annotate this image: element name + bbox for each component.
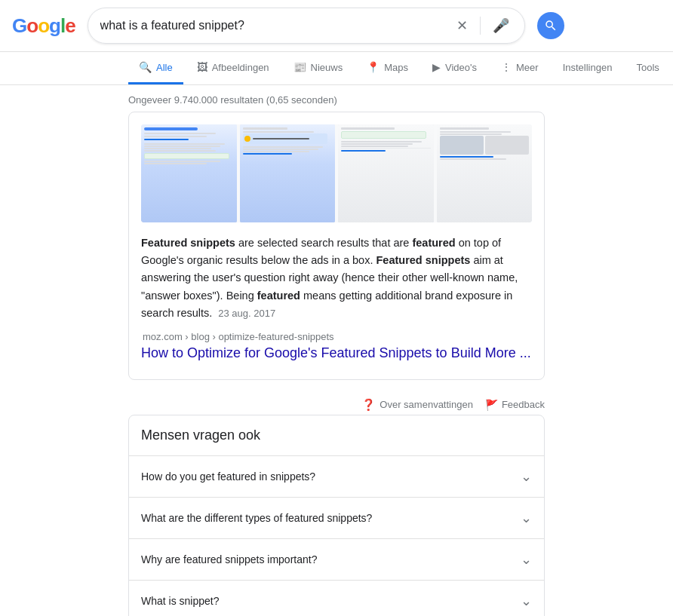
snippet-text: Featured snippets are selected search re… [141,234,532,322]
tab-more[interactable]: ⋮ Meer [490,52,549,84]
tab-settings-label: Instellingen [563,62,613,73]
snippet-bold-3: Featured snippets [376,254,470,266]
results-count: Ongeveer 9.740.000 resultaten (0,65 seco… [0,85,673,112]
nav-tabs: 🔍 Alle 🖼 Afbeeldingen 📰 Nieuws 📍 Maps ▶ … [0,52,673,85]
results-count-text: Ongeveer 9.740.000 resultaten (0,65 seco… [128,94,337,106]
tab-settings[interactable]: Instellingen [552,53,623,84]
tab-maps[interactable]: 📍 Maps [356,52,419,84]
paa-question-3: What is snippet? [141,595,220,607]
logo-letter-o1: o [26,14,38,37]
tab-maps-label: Maps [384,62,408,73]
search-bar: ✕ 🎤 [88,8,525,44]
more-tab-icon: ⋮ [501,61,512,73]
search-button[interactable] [537,12,564,39]
snippet-bold-1: Featured snippets [141,237,235,249]
tab-images-label: Afbeeldingen [212,62,269,73]
people-also-ask-box: Mensen vragen ook How do you get feature… [128,415,545,616]
snippet-image-4 [437,124,533,222]
tab-more-label: Meer [516,62,539,73]
tab-tools-label: Tools [636,62,659,73]
main-content: Featured snippets are selected search re… [0,112,673,616]
paa-question-1: What are the different types of featured… [141,512,372,524]
divider-line [480,17,481,35]
snippet-image-strip [141,124,532,222]
source-breadcrumb: moz.com › blog › optimize-featured-snipp… [141,331,532,342]
breadcrumb-text: moz.com › blog › optimize-featured-snipp… [143,331,334,342]
search-input[interactable] [100,19,447,32]
paa-chevron-2: ⌄ [521,551,532,568]
snippet-bold-4: featured [257,290,300,302]
paa-item-2[interactable]: Why are featured snippets important? ⌄ [129,539,544,581]
images-tab-icon: 🖼 [197,61,207,73]
logo-letter-e: e [65,14,75,37]
paa-chevron-3: ⌄ [521,593,532,609]
snippet-date: 23 aug. 2017 [218,308,275,319]
snippet-image-2 [240,124,336,222]
paa-title: Mensen vragen ook [129,415,544,456]
logo-letter-g: G [12,14,26,37]
snippet-image-3 [338,124,434,222]
paa-question-0: How do you get featured in snippets? [141,470,315,483]
feedback-btn[interactable]: 🚩 Feedback [485,399,545,411]
tab-news-label: Nieuws [311,62,343,73]
news-tab-icon: 📰 [293,61,306,73]
feedback-row: ❓ Over samenvattingen 🚩 Feedback [128,392,545,415]
featured-snippet-box: Featured snippets are selected search re… [128,112,545,380]
tab-news[interactable]: 📰 Nieuws [283,52,354,84]
search-bar-icons: ✕ 🎤 [453,14,512,37]
tab-videos[interactable]: ▶ Video's [422,52,487,84]
header: Google ✕ 🎤 [0,0,673,52]
feedback-label: Feedback [502,399,545,410]
result-title-text: How to Optimize for Google's Featured Sn… [141,345,531,360]
over-samenvattingen-btn[interactable]: ❓ Over samenvattingen [361,398,473,412]
maps-tab-icon: 📍 [367,61,380,73]
tab-all-label: Alle [156,62,173,73]
logo-letter-o2: o [38,14,49,37]
result-title-link[interactable]: How to Optimize for Google's Featured Sn… [141,345,532,361]
tab-videos-label: Video's [445,62,477,73]
close-icon: ✕ [456,17,468,34]
videos-tab-icon: ▶ [432,61,441,73]
snippet-bold-2: featured [412,237,455,249]
tab-images[interactable]: 🖼 Afbeeldingen [186,52,280,84]
logo-letter-g2: g [49,14,60,37]
paa-question-2: Why are featured snippets important? [141,553,317,565]
clear-button[interactable]: ✕ [453,14,471,37]
tab-all[interactable]: 🔍 Alle [128,52,183,84]
paa-chevron-1: ⌄ [521,510,532,526]
all-tab-icon: 🔍 [139,61,152,73]
over-samenvattingen-label: Over samenvattingen [380,399,473,410]
voice-search-button[interactable]: 🎤 [490,14,512,37]
paa-item-1[interactable]: What are the different types of featured… [129,498,544,539]
flag-icon: 🚩 [485,399,498,411]
tab-tools[interactable]: Tools [625,53,669,84]
snippet-image-1 [141,124,237,222]
paa-item-3[interactable]: What is snippet? ⌄ [129,581,544,616]
google-logo: Google [12,14,75,38]
search-icon [544,19,558,32]
mic-icon: 🎤 [493,17,509,34]
paa-chevron-0: ⌄ [521,468,532,485]
question-icon: ❓ [361,398,376,412]
paa-item-0[interactable]: How do you get featured in snippets? ⌄ [129,456,544,498]
